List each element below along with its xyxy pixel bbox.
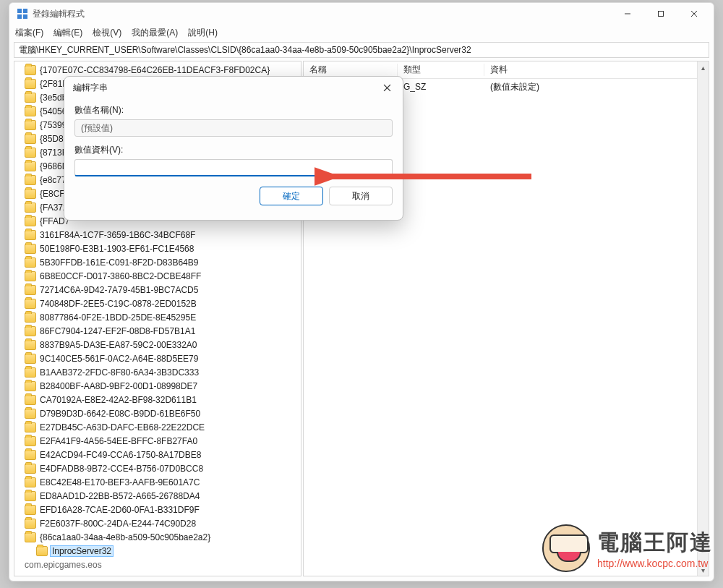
tree-item-label: D79B9D3D-6642-E08C-B9DD-61BE6F50: [39, 409, 201, 419]
folder-icon: [25, 230, 36, 240]
tree-item[interactable]: {86ca1aa0-34aa-4e8b-a509-50c905bae2a2}: [16, 530, 301, 544]
tree-item-label: InprocServer32: [51, 546, 113, 556]
tree-item[interactable]: E2FA41F9-4A56-54EE-BFFC-8FB27FA0: [16, 434, 301, 448]
tree-item[interactable]: 80877864-0F2E-1BDD-25DE-8E45295E: [16, 310, 301, 324]
folder-icon: [25, 175, 36, 185]
svg-rect-0: [17, 9, 22, 13]
menu-file[interactable]: 檔案(F): [15, 27, 43, 39]
folder-icon: [25, 134, 36, 144]
folder-icon: [25, 395, 36, 405]
folder-icon: [25, 519, 36, 529]
tree-item[interactable]: E8C42E48-E170-BEF3-AAFB-9E601A7C: [16, 475, 301, 489]
value-data-label: 數值資料(V):: [74, 144, 393, 156]
value-data: (數值未設定): [484, 81, 709, 93]
tree-item-child[interactable]: InprocServer32: [16, 544, 301, 558]
values-scrollbar[interactable]: ▴ ▾: [697, 61, 709, 576]
tree-item-label: E42ACD94-FC49-CCA6-1750-8A17DBE8: [39, 450, 202, 460]
app-icon: [17, 8, 28, 20]
tree-item[interactable]: 3161F84A-1C7F-3659-1B6C-34BCF68F: [16, 228, 301, 242]
tree-item[interactable]: CA70192A-E8E2-42A2-BF98-32D611B1: [16, 393, 301, 406]
folder-icon: [25, 326, 36, 336]
folder-icon: [25, 340, 36, 350]
tree-item-label: E8C42E48-E170-BEF3-AAFB-9E601A7C: [39, 477, 200, 487]
value-data-field[interactable]: [74, 159, 393, 176]
folder-icon: [25, 312, 36, 323]
folder-icon: [25, 189, 36, 199]
tree-item-label: E2FA41F9-4A56-54EE-BFFC-8FB27FA0: [39, 436, 198, 446]
folder-icon: [25, 505, 36, 515]
folder-icon: [25, 450, 36, 460]
tree-item-label: 86FC7904-1247-EF2F-08D8-FD57B1A1: [39, 326, 196, 336]
tree-item[interactable]: 8837B9A5-DA3E-EA87-59C2-00E332A0: [16, 338, 301, 351]
folder-icon: [25, 477, 36, 487]
folder-icon: [25, 464, 36, 474]
folder-icon: [25, 148, 36, 158]
address-bar[interactable]: 電腦\HKEY_CURRENT_USER\Software\Classes\CL…: [14, 42, 709, 58]
value-type: G_SZ: [398, 82, 484, 92]
tree-item[interactable]: 86FC7904-1247-EF2F-08D8-FD57B1A1: [16, 324, 301, 338]
menu-view[interactable]: 檢視(V): [93, 27, 121, 39]
tree-item[interactable]: 6B8E0CCF-D017-3860-8BC2-DCBE48FF: [16, 269, 301, 283]
folder-icon: [25, 79, 36, 89]
tree-item[interactable]: ED8AAD1D-22BB-B572-A665-26788DA4: [16, 489, 301, 503]
tree-item[interactable]: 9C140CE5-561F-0AC2-A64E-88D5EE79: [16, 351, 301, 365]
tree-item[interactable]: D79B9D3D-6642-E08C-B9DD-61BE6F50: [16, 406, 301, 420]
tree-item-label: F2E6037F-800C-24DA-E244-74C90D28: [39, 519, 197, 529]
folder-icon: [25, 120, 36, 130]
folder-icon: [25, 285, 36, 295]
tree-item-truncated: com.epicgames.eos: [16, 558, 301, 571]
cancel-button[interactable]: 取消: [329, 187, 393, 205]
tree-item[interactable]: {1707E07C-CC834798-E64C26EB-11DEACF3-F8F…: [16, 63, 301, 77]
tree-item-label: B28400BF-AA8D-9BF2-00D1-08998DE7: [39, 381, 198, 391]
tree-item-label: E4DFADB8-9B72-CCE4-B756-07D0BCC8: [39, 464, 204, 474]
folder-icon: [25, 532, 36, 542]
dialog-close-button[interactable]: [377, 79, 397, 96]
ok-button[interactable]: 確定: [260, 187, 323, 205]
tree-item-label: 9C140CE5-561F-0AC2-A64E-88D5EE79: [39, 354, 199, 364]
tree-item[interactable]: B1AAB372-2FDC-8F80-6A34-3B3DC333: [16, 365, 301, 379]
tree-item-label: CA70192A-E8E2-42A2-BF98-32D611B1: [39, 395, 197, 405]
scroll-up-icon[interactable]: ▴: [698, 61, 709, 73]
folder-icon: [25, 381, 36, 391]
tree-item[interactable]: F2E6037F-800C-24DA-E244-74C90D28: [16, 516, 301, 530]
tree-item[interactable]: E42ACD94-FC49-CCA6-1750-8A17DBE8: [16, 448, 301, 461]
svg-rect-2: [17, 14, 22, 19]
tree-item-label: B1AAB372-2FDC-8F80-6A34-3B3DC333: [39, 367, 200, 378]
maximize-button[interactable]: [644, 3, 677, 25]
col-header-name[interactable]: 名稱: [304, 64, 398, 76]
menu-edit[interactable]: 編輯(E): [54, 27, 82, 39]
value-name-field[interactable]: [74, 119, 393, 137]
folder-icon: [25, 299, 36, 309]
tree-item-label: 72714C6A-9D42-7A79-45B1-9BC7ACD5: [39, 285, 199, 295]
tree-item[interactable]: 740848DF-2EE5-C19C-0878-2ED0152B: [16, 297, 301, 310]
tree-item[interactable]: 5B30FFDB-161E-C091-8F2D-D83B64B9: [16, 255, 301, 269]
tree-item-label: 80877864-0F2E-1BDD-25DE-8E45295E: [39, 312, 197, 323]
tree-item-label: {86ca1aa0-34aa-4e8b-a509-50c905bae2a2}: [39, 532, 211, 542]
tree-item[interactable]: 50E198F0-E3B1-1903-EF61-FC1E4568: [16, 242, 301, 255]
tree-item-label: 50E198F0-E3B1-1903-EF61-FC1E4568: [39, 244, 194, 254]
tree-item-label: 8837B9A5-DA3E-EA87-59C2-00E332A0: [39, 340, 197, 350]
minimize-button[interactable]: [611, 3, 644, 25]
tree-item[interactable]: EFD16A28-7CAE-2D60-0FA1-B331DF9F: [16, 503, 301, 516]
folder-icon: [25, 203, 36, 213]
tree-item[interactable]: E27DB45C-A63D-DAFC-EB68-22E22DCE: [16, 420, 301, 434]
col-header-type[interactable]: 類型: [398, 64, 484, 76]
menu-help[interactable]: 說明(H): [188, 27, 218, 39]
scroll-down-icon[interactable]: ▾: [698, 564, 709, 576]
folder-icon: [25, 161, 36, 171]
folder-icon: [36, 546, 48, 556]
col-header-data[interactable]: 資料: [484, 64, 709, 76]
svg-rect-3: [23, 14, 27, 19]
folder-icon: [25, 422, 36, 433]
tree-item[interactable]: 72714C6A-9D42-7A79-45B1-9BC7ACD5: [16, 283, 301, 297]
menu-favorites[interactable]: 我的最愛(A): [132, 27, 178, 39]
dialog-titlebar: 編輯字串: [64, 77, 403, 98]
tree-item-label: {1707E07C-CC834798-E64C26EB-11DEACF3-F8F…: [39, 65, 270, 75]
svg-rect-5: [659, 12, 664, 17]
tree-item[interactable]: B28400BF-AA8D-9BF2-00D1-08998DE7: [16, 379, 301, 393]
close-button[interactable]: [677, 3, 711, 25]
tree-item-label: 3161F84A-1C7F-3659-1B6C-34BCF68F: [39, 230, 196, 240]
tree-item[interactable]: E4DFADB8-9B72-CCE4-B756-07D0BCC8: [16, 461, 301, 475]
tree-item-label: 740848DF-2EE5-C19C-0878-2ED0152B: [39, 299, 197, 309]
tree-item-label: E27DB45C-A63D-DAFC-EB68-22E22DCE: [39, 422, 205, 433]
